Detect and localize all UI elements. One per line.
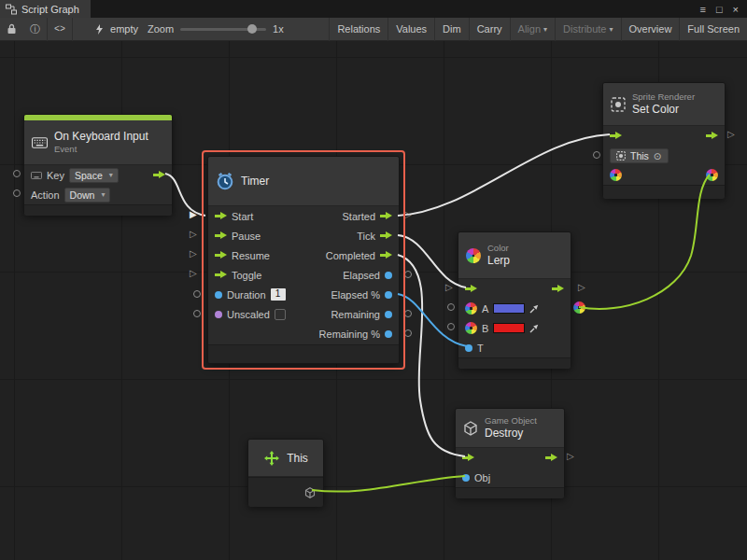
- caret-down-icon: ▾: [109, 171, 113, 179]
- port-remainingpct-output[interactable]: [404, 329, 412, 337]
- port-setcolor-target-input[interactable]: [593, 151, 600, 159]
- flow-input-arrow-icon[interactable]: [462, 454, 474, 462]
- align-button[interactable]: Align▾: [510, 18, 555, 41]
- port-destroy-flow-output[interactable]: ▷: [567, 452, 574, 461]
- wire-this-to-obj[interactable]: [312, 476, 465, 492]
- window-menu-icon[interactable]: ≡: [699, 4, 705, 15]
- node-this[interactable]: This: [247, 439, 324, 506]
- carry-button[interactable]: Carry: [469, 18, 510, 41]
- values-button[interactable]: Values: [388, 18, 434, 41]
- remaining-pct-label: Remaining %: [319, 329, 380, 340]
- bool-input-port[interactable]: [215, 311, 222, 318]
- port-action-input[interactable]: [13, 189, 21, 197]
- code-icon[interactable]: <>: [48, 18, 72, 41]
- info-icon[interactable]: ⓘ: [23, 18, 47, 41]
- flow-output-arrow-icon[interactable]: [552, 285, 564, 293]
- value-output-port[interactable]: [385, 272, 392, 279]
- key-dropdown[interactable]: Space▾: [69, 168, 119, 183]
- tick-label: Tick: [357, 231, 375, 242]
- node-on-keyboard-input[interactable]: On Keyboard Input Event Key Space▾ Actio…: [23, 114, 173, 215]
- zoom-slider[interactable]: [180, 28, 266, 31]
- eyedropper-icon[interactable]: [529, 324, 539, 333]
- node-footer: [208, 344, 399, 363]
- color-input-port[interactable]: [465, 322, 477, 334]
- wire-started-to-setcolor[interactable]: [398, 134, 610, 216]
- flow-input-arrow-icon[interactable]: [215, 251, 227, 259]
- flow-output-arrow-icon[interactable]: [545, 454, 557, 462]
- window-close-icon[interactable]: ×: [733, 4, 739, 15]
- value-input-port[interactable]: [215, 291, 222, 299]
- flow-input-arrow-icon[interactable]: [610, 132, 622, 140]
- port-key-input[interactable]: [13, 170, 21, 177]
- flow-output-arrow-icon[interactable]: [380, 251, 392, 259]
- completed-label: Completed: [326, 250, 375, 261]
- overview-button[interactable]: Overview: [621, 18, 680, 41]
- color-input-port[interactable]: [610, 169, 622, 181]
- flow-input-arrow-icon[interactable]: [215, 212, 227, 220]
- port-unscaled-input[interactable]: [193, 310, 201, 317]
- port-lerp-b-input[interactable]: [447, 323, 455, 330]
- node-subtitle: Event: [54, 144, 148, 155]
- value-output-port[interactable]: [385, 291, 392, 299]
- node-timer[interactable]: Timer Start Started Pause Tick Resume Co…: [207, 156, 400, 364]
- value-output-port[interactable]: [385, 311, 392, 318]
- tab-script-graph[interactable]: Script Graph: [0, 0, 91, 18]
- port-duration-input[interactable]: [193, 290, 201, 298]
- sprite-renderer-icon: [611, 97, 626, 112]
- duration-field[interactable]: 1: [271, 288, 286, 301]
- node-category: Sprite Renderer: [632, 91, 695, 103]
- pause-label: Pause: [232, 231, 261, 242]
- self-output-port[interactable]: [304, 487, 316, 498]
- value-input-port[interactable]: [462, 474, 470, 482]
- action-dropdown[interactable]: Down▾: [64, 188, 111, 203]
- port-toggle-input[interactable]: ▷: [190, 269, 197, 278]
- dim-button[interactable]: Dim: [434, 18, 469, 41]
- window-maximize-icon[interactable]: □: [716, 4, 723, 15]
- target-field[interactable]: This ⊙: [610, 148, 669, 163]
- flow-input-arrow-icon[interactable]: [465, 285, 477, 293]
- port-lerp-flow-output[interactable]: ▷: [578, 283, 585, 292]
- object-picker-icon[interactable]: ⊙: [654, 150, 662, 161]
- node-color-lerp[interactable]: Color Lerp A B T: [458, 231, 571, 368]
- node-destroy[interactable]: Game Object Destroy Obj: [455, 408, 565, 497]
- toolbar-buttons: Relations Values Dim Carry Align▾ Distri…: [329, 18, 747, 41]
- wire-tick-to-lerp[interactable]: [398, 235, 466, 287]
- flow-input-arrow-icon[interactable]: [215, 271, 227, 279]
- port-lerp-color-output[interactable]: [573, 301, 585, 314]
- port-start-connected-icon[interactable]: ▶: [190, 210, 197, 219]
- flow-output-arrow-icon[interactable]: [380, 231, 392, 240]
- node-set-color[interactable]: Sprite Renderer Set Color This ⊙: [602, 82, 726, 198]
- port-resume-input[interactable]: ▷: [190, 249, 197, 259]
- fullscreen-button[interactable]: Full Screen: [679, 18, 747, 41]
- node-title: Set Color: [632, 103, 695, 117]
- port-pause-input[interactable]: ▷: [190, 230, 197, 239]
- port-lerp-flow-input[interactable]: ▷: [445, 283, 453, 292]
- value-output-port[interactable]: [385, 330, 392, 338]
- port-started-output[interactable]: ▷: [404, 210, 412, 219]
- flow-input-arrow-icon[interactable]: [215, 231, 227, 240]
- resume-label: Resume: [232, 250, 270, 261]
- color-input-port[interactable]: [465, 302, 477, 315]
- wire-elapsedpct-to-t[interactable]: [398, 294, 467, 346]
- color-port[interactable]: [706, 169, 718, 181]
- flow-output-arrow-icon[interactable]: [380, 212, 392, 220]
- zoom-slider-handle[interactable]: [247, 24, 257, 34]
- flow-output-arrow-icon[interactable]: [706, 132, 718, 140]
- graph-canvas[interactable]: ▶ ▷ ▷ ▷ ▷ ▷ ▷ ▷ ▷ On Keyboard Input Even…: [0, 41, 747, 560]
- graph-name-label[interactable]: empty: [110, 23, 138, 35]
- color-swatch-a[interactable]: [493, 303, 525, 314]
- port-lerp-a-input[interactable]: [447, 303, 455, 311]
- relations-button[interactable]: Relations: [329, 18, 388, 41]
- lock-icon[interactable]: [0, 18, 23, 41]
- zoom-label: Zoom: [148, 23, 174, 35]
- port-setcolor-flow-output[interactable]: ▷: [727, 130, 735, 139]
- value-input-port[interactable]: [465, 344, 472, 352]
- distribute-button[interactable]: Distribute▾: [555, 18, 620, 41]
- unscaled-checkbox[interactable]: [275, 309, 286, 320]
- port-remaining-output[interactable]: [404, 310, 412, 317]
- color-swatch-b[interactable]: [493, 323, 525, 333]
- eyedropper-icon[interactable]: [529, 304, 539, 314]
- port-elapsed-output[interactable]: [404, 271, 412, 278]
- flow-output-arrow-icon[interactable]: [153, 171, 165, 179]
- start-label: Start: [232, 211, 253, 222]
